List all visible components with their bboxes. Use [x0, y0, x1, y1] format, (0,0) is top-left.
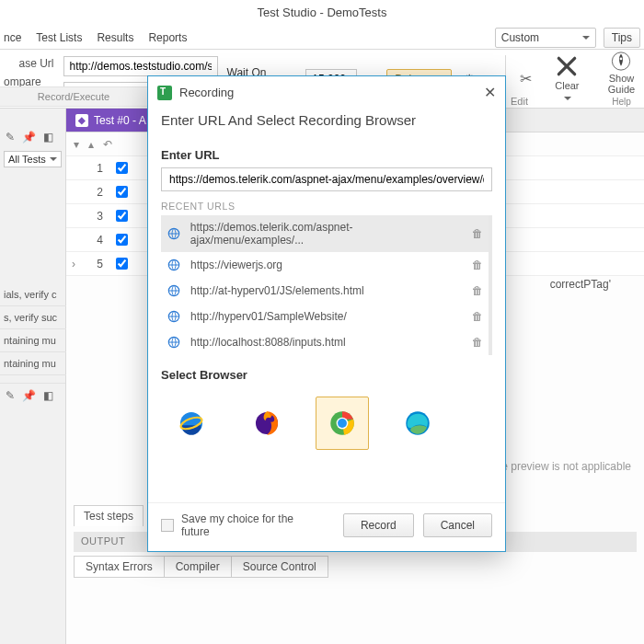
browser-choices	[161, 387, 492, 468]
globe-icon	[167, 283, 181, 298]
rocket-icon	[609, 52, 633, 71]
svg-point-12	[338, 419, 347, 428]
app-icon	[157, 86, 172, 100]
step-enabled-checkbox[interactable]	[116, 258, 128, 270]
trash-icon[interactable]: 🗑	[472, 310, 483, 323]
pencil-icon[interactable]: ✎	[6, 131, 15, 144]
panel-icon[interactable]: ◧	[43, 131, 53, 144]
url-input[interactable]	[161, 167, 492, 191]
step-detail-text: correctPTag'	[550, 278, 611, 291]
left-rail: ✎ 📌 ◧ All Tests ✎ 📌 ◧	[0, 109, 66, 644]
trash-icon[interactable]: 🗑	[472, 336, 483, 349]
menu-item[interactable]: Results	[97, 31, 133, 44]
dialog-subtitle: Enter URL And Select Recording Browser	[148, 109, 505, 137]
record-button[interactable]: Record	[343, 513, 414, 537]
clear-icon	[555, 54, 579, 78]
tab-syntax-errors[interactable]: Syntax Errors	[74, 556, 165, 578]
trash-icon[interactable]: 🗑	[472, 284, 483, 297]
preview-na-text: e preview is not applicable	[501, 460, 631, 473]
checkbox-icon	[161, 519, 174, 532]
collapse-icon[interactable]: ▾	[74, 138, 79, 151]
trash-icon[interactable]: 🗑	[472, 227, 483, 240]
list-item[interactable]: ntaining mu	[0, 352, 66, 375]
recording-dialog: Recording ✕ Enter URL And Select Recordi…	[147, 75, 506, 552]
cut-icon[interactable]	[517, 69, 535, 89]
list-item[interactable]: ntaining mu	[0, 329, 66, 352]
layout-combo[interactable]: Custom	[495, 28, 596, 48]
close-icon[interactable]: ✕	[484, 84, 496, 101]
recent-urls-list: https://demos.telerik.com/aspnet-ajax/me…	[161, 215, 492, 355]
browser-chrome[interactable]	[316, 397, 369, 450]
window-title: Test Studio - DemoTests	[0, 0, 644, 26]
tips-button[interactable]: Tips	[604, 28, 640, 48]
step-enabled-checkbox[interactable]	[116, 210, 128, 222]
base-url-label: ase Url	[19, 57, 54, 70]
firefox-icon	[251, 408, 282, 439]
svg-point-1	[620, 57, 623, 60]
expand-icon[interactable]: ▴	[88, 138, 94, 151]
recent-url-item[interactable]: https://demos.telerik.com/aspnet-ajax/me…	[161, 215, 489, 252]
menu-item[interactable]: Reports	[148, 31, 187, 44]
panel-icon[interactable]: ◧	[43, 389, 53, 402]
browser-ie[interactable]	[165, 397, 218, 450]
record-execute-header: Record/Execute	[0, 86, 147, 107]
pin-icon[interactable]: 📌	[22, 131, 36, 144]
undo-icon[interactable]: ↶	[103, 138, 112, 151]
save-choice-checkbox[interactable]: Save my choice for the future	[161, 512, 325, 538]
edit-group-label: Edit	[511, 96, 528, 107]
clear-button[interactable]: Clear	[545, 52, 590, 107]
recent-url-item[interactable]: http://at-hyperv01/JS/elements.html 🗑	[161, 278, 489, 304]
recent-url-item[interactable]: http://hyperv01/SampleWebsite/ 🗑	[161, 304, 489, 329]
globe-icon	[167, 258, 181, 272]
dialog-title: Recording	[179, 86, 234, 99]
base-url-input[interactable]	[63, 56, 218, 76]
show-guide-button[interactable]: Show Guide Help	[599, 52, 644, 107]
list-item[interactable]: s, verify suc	[0, 306, 66, 329]
vs-icon: ◆	[75, 114, 88, 127]
pencil-icon[interactable]: ✎	[6, 389, 15, 402]
tab-source-control[interactable]: Source Control	[231, 556, 328, 578]
globe-icon	[167, 335, 181, 350]
ie-icon	[176, 408, 207, 439]
tests-filter-combo[interactable]: All Tests	[4, 151, 62, 167]
step-enabled-checkbox[interactable]	[116, 162, 128, 174]
status-tabs: Syntax Errors Compiler Source Control	[74, 556, 328, 578]
test-results-list: ials, verify c s, verify suc ntaining mu…	[0, 283, 66, 375]
tab-test-steps[interactable]: Test steps	[74, 505, 144, 526]
step-enabled-checkbox[interactable]	[116, 234, 128, 246]
pin-icon[interactable]: 📌	[22, 389, 36, 402]
list-item[interactable]: ials, verify c	[0, 283, 66, 306]
browser-firefox[interactable]	[240, 397, 293, 450]
chrome-icon	[327, 408, 358, 439]
step-enabled-checkbox[interactable]	[116, 186, 128, 198]
recent-urls-header: RECENT URLS	[161, 201, 492, 212]
recent-url-item[interactable]: https://viewerjs.org 🗑	[161, 252, 489, 278]
enter-url-label: Enter URL	[161, 148, 492, 162]
browser-edge[interactable]	[391, 397, 444, 450]
trash-icon[interactable]: 🗑	[472, 259, 483, 271]
recent-url-item[interactable]: http://localhost:8088/inputs.html 🗑	[161, 329, 489, 355]
cancel-button[interactable]: Cancel	[423, 513, 492, 537]
tab-compiler[interactable]: Compiler	[164, 556, 232, 578]
select-browser-label: Select Browser	[161, 368, 492, 382]
menu-item[interactable]: Test Lists	[36, 31, 82, 44]
globe-icon	[167, 309, 181, 324]
menu-item[interactable]: nce	[4, 31, 21, 44]
edge-icon	[402, 408, 433, 439]
menu-bar: nce Test Lists Results Reports Custom Ti…	[0, 26, 644, 50]
globe-icon	[167, 226, 181, 241]
